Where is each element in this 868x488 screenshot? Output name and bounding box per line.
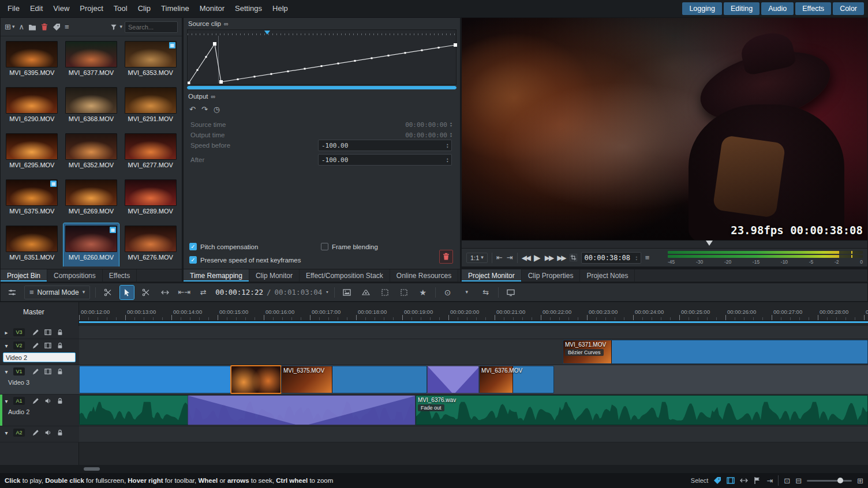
bin-item-mvi-6395-mov[interactable]: MVI_6395.MOV [4,39,60,85]
track-collapse-A1[interactable]: ▾ [2,398,10,404]
track-id-badge-V3[interactable]: V3 [13,328,25,336]
track-id-badge-V2[interactable]: V2 [13,341,25,350]
bin-item-mvi-6269-mov[interactable]: MVI_6269.MOV [63,177,119,223]
play-button[interactable]: ▶ [534,253,541,263]
monitor-playhead[interactable] [706,241,713,246]
timeline-zoom-slider[interactable] [807,480,852,482]
bin-item-mvi-6289-mov[interactable]: MVI_6289.MOV [122,177,178,223]
timeline-timecodes[interactable]: 00:00:12:22 / 00:01:03:04 ▾ [215,288,329,296]
track-lane-A1[interactable]: MVI_6376.wavFade out [79,395,868,426]
seek-backward-one-button[interactable]: ⇤ [496,254,503,261]
menu-tool[interactable]: Tool [108,4,133,13]
markers-status-button[interactable] [753,476,761,485]
track-composite-icon[interactable] [44,368,51,375]
bin-item-mvi-6290-mov[interactable]: MVI_6290.MOV [4,85,60,131]
track-speaker-icon[interactable] [44,397,51,404]
monitor-timecode[interactable]: 00:00:38:08▴▾ [581,252,641,264]
workspace-audio[interactable]: Audio [761,2,794,15]
record-dropdown-button[interactable]: ▾ [460,286,474,299]
remap-keyframe-graph[interactable] [187,29,457,85]
track-collapse-A2[interactable]: ▾ [2,430,10,436]
zoom-fit-button[interactable]: ⊡ [784,477,790,485]
track-target-indicator[interactable] [0,395,2,426]
chevron-down-icon[interactable]: ▾ [119,24,122,29]
track-header-A1[interactable]: ▾A1Audio 2 [0,395,79,426]
favorite-effects-button[interactable]: ★ [416,286,430,299]
menu-clip[interactable]: Clip [133,4,156,13]
create-folder-button[interactable] [28,23,36,31]
track-edit-icon[interactable] [32,368,39,375]
bin-search-input[interactable] [125,21,178,33]
record-audio-button[interactable]: ⊙ [441,286,455,299]
track-name-editor[interactable] [3,352,76,362]
checkbox-box[interactable]: ✓ [189,256,197,264]
track-edit-icon[interactable] [32,397,39,404]
monitor-tab-project-monitor[interactable]: Project Monitor [462,269,522,281]
bin-item-mvi-6351-mov[interactable]: MVI_6351.MOV [4,223,60,266]
tag-toggle-button[interactable] [713,476,721,485]
timeline-ruler[interactable]: 00:00:12:0000:00:13:0000:00:14:0000:00:1… [79,307,868,321]
track-header-V1[interactable]: ▾V1Video 3 [0,365,79,395]
subtitle-toggle-button[interactable] [504,286,518,299]
track-lane-A2[interactable] [79,426,868,442]
bin-tab-effects[interactable]: Effects [103,269,137,281]
track-collapse-V2[interactable]: ▾ [2,343,10,349]
bin-item-mvi-6353-mov[interactable]: ▦MVI_6353.MOV [122,39,178,85]
track-id-badge-V1[interactable]: V1 [13,367,25,376]
spinner[interactable]: ▴▾ [450,122,452,127]
insert-zone-button[interactable] [378,286,392,299]
edit-mode-dropdown[interactable]: ≡Normal Mode▾ [24,286,90,299]
timeline-zoombar[interactable] [79,321,868,323]
track-lock-icon[interactable] [57,397,63,404]
track-lane-V2[interactable]: MVI_6371.MOVBézier Curves [79,339,868,365]
track-edit-icon[interactable] [32,429,39,436]
filter-icon[interactable] [110,24,117,31]
timeline-settings-button[interactable] [5,286,19,299]
snap-toggle-button[interactable] [740,476,748,485]
menu-help[interactable]: Help [267,4,293,13]
tags-button[interactable] [53,23,61,31]
track-id-badge-A2[interactable]: A2 [13,429,25,437]
track-speaker-icon[interactable] [44,429,51,436]
track-lock-icon[interactable] [57,342,63,349]
zone-mode-button[interactable] [570,254,577,261]
bin-item-mvi-6375-mov[interactable]: ▦MVI_6375.MOV [4,177,60,223]
center-keyframe-button[interactable]: ◷ [214,106,220,113]
track-composite-icon[interactable] [44,329,51,336]
clip-mvi-6376-wav[interactable]: MVI_6376.wavFade out [416,395,868,425]
spinner[interactable]: ▴▾ [446,157,448,163]
menu-view[interactable]: View [48,4,74,13]
bin-item-mvi-6368-mov[interactable]: MVI_6368.MOV [63,85,119,131]
checkbox-frame-blending[interactable]: Frame blending [321,243,378,250]
track-edit-icon[interactable] [32,329,39,336]
workspace-effects[interactable]: Effects [795,2,831,15]
remap-position-marker[interactable] [264,31,270,35]
add-clip-button[interactable]: ⊞▾ [5,23,14,31]
delete-keyframe-button[interactable] [439,250,453,264]
monitor-menu-button[interactable]: ≡ [645,254,650,261]
monitor-tab-project-notes[interactable]: Project Notes [580,269,635,281]
parameter-input[interactable]: -100.00▴▾ [318,140,452,151]
menu-settings[interactable]: Settings [230,4,267,13]
zoom-out-button[interactable]: ⊟ [795,477,802,485]
bin-item-mvi-6352-mov[interactable]: MVI_6352.MOV [63,131,119,177]
parent-folder-button[interactable]: ∧ [18,23,24,31]
fast-forward-button[interactable]: ▶▶ [557,254,565,262]
clip-mvi-6371-mov[interactable]: MVI_6371.MOVBézier Curves [563,340,868,364]
clip-transition[interactable] [427,366,479,393]
zoom-slider-handle[interactable] [837,478,843,483]
edge-snap-button[interactable]: ⇥ [766,477,773,485]
bin-item-mvi-6295-mov[interactable]: MVI_6295.MOV [4,131,60,177]
bin-item-mvi-6260-mov[interactable]: ▦MVI_6260.MOV [63,223,119,266]
monitor-tab-clip-properties[interactable]: Clip Properties [522,269,581,281]
track-lane-V1[interactable]: MVI_6375.MOVMVI_6376.MOV [79,365,868,395]
timecode-spinner[interactable]: ▴▾ [635,255,638,261]
clip-mvi-6376-mov[interactable]: MVI_6376.MOV [479,366,554,393]
bin-item-mvi-6276-mov[interactable]: MVI_6276.MOV [122,223,178,266]
slip-tool-button[interactable]: ⇤⇥ [177,286,191,299]
remap-tab-effect-composition-stack[interactable]: Effect/Composition Stack [300,269,390,281]
track-lane-V3[interactable] [79,326,868,339]
parameter-input[interactable]: -100.00▴▾ [318,154,452,166]
menu-file[interactable]: File [2,4,25,13]
clip-mvi-6375-mov[interactable]: MVI_6375.MOV [281,366,427,393]
